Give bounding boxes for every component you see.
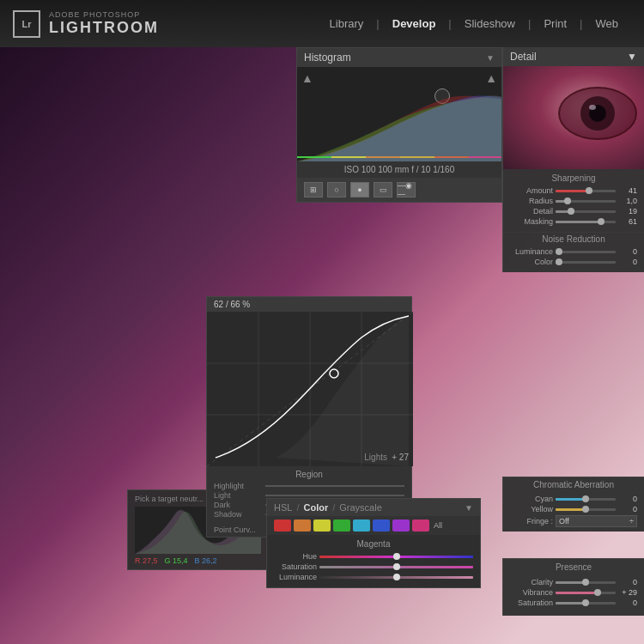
neutral-values: R 27,5 G 15,4 B 26,2	[135, 556, 261, 565]
histogram-panel: Histogram ▼ ▲ ▲ ISO 100 100 mm f / 10 1/…	[296, 47, 502, 203]
clarity-label: Clarity	[510, 578, 553, 586]
histogram-arrow[interactable]: ▼	[486, 53, 495, 63]
tool-crop[interactable]: ⊞	[304, 182, 323, 197]
swatch-magenta[interactable]	[412, 519, 429, 532]
detail-panel: Detail ▼ Sharpening Amount 41 Radius	[502, 47, 644, 272]
curves-canvas[interactable]: Lights + 27	[207, 312, 413, 466]
luminance-label: Luminance	[510, 247, 553, 256]
ca-cyan-label: Cyan	[510, 495, 553, 503]
nav-links: Library | Develop | Slideshow | Print | …	[321, 14, 644, 33]
color-swatches-row: All	[267, 516, 480, 535]
saturation-label: Saturation	[510, 598, 553, 607]
radius-value: 1,0	[618, 197, 637, 205]
vibrance-row: Vibrance + 29	[510, 588, 637, 597]
nav-web[interactable]: Web	[587, 14, 628, 33]
sharpening-radius-row: Radius 1,0	[510, 197, 637, 205]
saturation-slider[interactable]	[556, 602, 616, 605]
radius-slider[interactable]	[556, 200, 616, 203]
luminance-slider[interactable]	[556, 251, 616, 253]
tool-redeye[interactable]: ●	[350, 182, 369, 197]
swatch-green[interactable]	[333, 519, 350, 532]
detail-value: 19	[618, 207, 637, 216]
ca-fringe-row: Fringe : Off ÷	[510, 515, 637, 527]
magenta-sat-slider[interactable]	[319, 566, 473, 568]
nav-print[interactable]: Print	[535, 14, 575, 33]
hsl-tab-grayscale[interactable]: Grayscale	[339, 502, 382, 513]
magenta-hue-slider[interactable]	[319, 556, 473, 558]
amount-slider[interactable]	[556, 190, 616, 192]
magenta-hue-label: Hue	[274, 552, 317, 561]
ca-yellow-slider[interactable]	[556, 508, 616, 511]
ca-yellow-value: 0	[618, 505, 637, 513]
magenta-lum-label: Luminance	[274, 573, 317, 581]
swatch-yellow[interactable]	[313, 519, 331, 532]
hsl-dropdown-arrow[interactable]: ▼	[465, 503, 473, 513]
neutral-r-value: R 27,5	[135, 556, 158, 565]
sharpening-detail-row: Detail 19	[510, 207, 637, 216]
swatch-red[interactable]	[274, 519, 291, 532]
highlight-label: Highlight	[214, 482, 265, 490]
highlight-slider[interactable]	[265, 485, 404, 487]
noise-reduction-section: Noise Reduction Luminance 0 Color 0	[503, 232, 644, 272]
hist-warning-left-icon[interactable]: ▲	[301, 71, 313, 85]
hist-warning-right-icon[interactable]: ▲	[485, 71, 497, 85]
swatch-purple[interactable]	[392, 519, 410, 532]
tool-brush[interactable]: —◉—	[397, 182, 416, 197]
light-slider[interactable]	[265, 495, 404, 496]
neutral-g-value: G 15,4	[165, 556, 188, 565]
masking-slider[interactable]	[556, 221, 616, 223]
swatch-aqua[interactable]	[353, 519, 370, 532]
hsl-tab-color[interactable]: Color	[303, 502, 328, 513]
light-label: Light	[214, 491, 265, 500]
clarity-slider[interactable]	[556, 581, 616, 584]
nr-color-slider[interactable]	[556, 261, 616, 264]
ca-title: Chromatic Aberration	[503, 477, 644, 492]
swatch-blue[interactable]	[373, 519, 390, 532]
fringe-label: Fringe :	[510, 517, 553, 526]
amount-value: 41	[618, 186, 637, 195]
nr-luminance-row: Luminance 0	[510, 247, 637, 256]
dark-label: Dark	[214, 501, 265, 509]
detail-arrow[interactable]: ▼	[627, 51, 637, 63]
radius-label: Radius	[510, 197, 553, 205]
ca-cyan-row: Cyan 0	[510, 495, 637, 503]
magenta-title: Magenta	[274, 539, 473, 549]
curves-channel-value: + 27	[392, 453, 409, 462]
noise-reduction-title: Noise Reduction	[510, 234, 637, 244]
ca-cyan-value: 0	[618, 495, 637, 503]
histogram-exif: ISO 100 100 mm f / 10 1/160	[297, 161, 501, 178]
curves-channel-label: Lights	[364, 453, 387, 462]
tool-spot[interactable]: ○	[327, 182, 346, 197]
shadow-label: Shadow	[214, 510, 265, 519]
presence-title: Presence	[503, 559, 644, 575]
magenta-luminance-row: Luminance	[274, 573, 473, 581]
vibrance-slider[interactable]	[556, 592, 616, 594]
swatch-all-label[interactable]: All	[434, 521, 442, 530]
vibrance-value: + 29	[618, 588, 637, 597]
ca-yellow-row: Yellow 0	[510, 505, 637, 513]
magenta-sat-label: Saturation	[274, 562, 317, 571]
lr-icon: Lr	[13, 10, 40, 38]
clarity-value: 0	[618, 578, 637, 586]
hsl-header: HSL / Color / Grayscale ▼	[267, 499, 480, 516]
tool-grad[interactable]: ▭	[374, 182, 392, 197]
swatch-orange[interactable]	[294, 519, 311, 532]
detail-title: Detail	[510, 51, 537, 63]
curves-coords: 62 / 66 %	[214, 300, 250, 309]
masking-label: Masking	[510, 217, 553, 226]
amount-label: Amount	[510, 186, 553, 195]
nav-develop[interactable]: Develop	[384, 14, 445, 33]
sharpening-masking-row: Masking 61	[510, 217, 637, 226]
hsl-tab-hsl[interactable]: HSL	[274, 502, 292, 513]
magenta-lum-slider[interactable]	[319, 576, 473, 579]
nav-library[interactable]: Library	[321, 14, 373, 33]
fringe-select[interactable]: Off ÷	[556, 515, 637, 527]
neutral-b-value: B 26,2	[195, 556, 217, 565]
logo-text: ADOBE PHOTOSHOP LIGHTROOM	[49, 10, 159, 37]
presence-panel: Presence Clarity 0 Vibrance + 29 Saturat…	[502, 558, 644, 616]
top-nav-bar: Lr ADOBE PHOTOSHOP LIGHTROOM Library | D…	[0, 0, 644, 47]
nav-slideshow[interactable]: Slideshow	[456, 14, 524, 33]
detail-preview	[503, 66, 644, 169]
ca-cyan-slider[interactable]	[556, 498, 616, 501]
detail-slider[interactable]	[556, 210, 616, 213]
